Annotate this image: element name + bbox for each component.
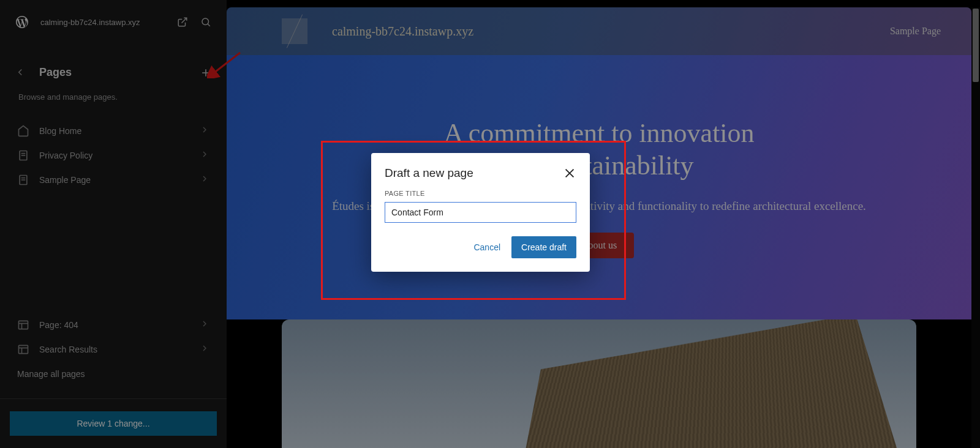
nav-sample-page[interactable]: Sample Page <box>890 26 941 37</box>
divider <box>0 398 227 399</box>
scrollbar-thumb[interactable] <box>973 9 979 82</box>
page-item-blog-home[interactable]: Blog Home <box>0 119 227 143</box>
cancel-button[interactable]: Cancel <box>473 242 500 252</box>
sidebar: calming-bb7c24.instawp.xyz Pages Browse … <box>0 0 227 448</box>
chevron-right-icon <box>200 174 209 186</box>
item-label: Sample Page <box>39 175 190 185</box>
item-label: Privacy Policy <box>39 151 190 160</box>
scrollbar[interactable] <box>971 7 980 448</box>
page-title-label: PAGE TITLE <box>385 190 576 197</box>
chevron-right-icon <box>200 319 209 331</box>
page-item-privacy[interactable]: Privacy Policy <box>0 143 227 168</box>
create-draft-button[interactable]: Create draft <box>511 236 576 258</box>
svg-line-1 <box>208 24 210 26</box>
page-item-404[interactable]: Page: 404 <box>0 313 227 337</box>
home-icon <box>17 125 29 137</box>
wordpress-logo-icon[interactable] <box>15 15 29 29</box>
item-label: Search Results <box>39 345 190 354</box>
layout-icon <box>17 343 29 356</box>
preview-header: calming-bb7c24.instawp.xyz Sample Page <box>227 7 971 55</box>
page-item-sample[interactable]: Sample Page <box>0 168 227 192</box>
sidebar-subtitle: Browse and manage pages. <box>0 85 227 109</box>
back-icon[interactable] <box>15 67 27 79</box>
chevron-right-icon <box>200 125 209 137</box>
layout-icon <box>17 319 29 331</box>
add-page-button[interactable] <box>200 67 212 79</box>
site-name: calming-bb7c24.instawp.xyz <box>40 18 165 27</box>
svg-rect-13 <box>19 345 28 353</box>
preview-site-title[interactable]: calming-bb7c24.instawp.xyz <box>332 24 473 39</box>
hero-image <box>282 319 916 448</box>
page-item-search-results[interactable]: Search Results <box>0 337 227 362</box>
manage-all-pages-link[interactable]: Manage all pages <box>0 362 227 386</box>
site-preview: calming-bb7c24.instawp.xyz Sample Page A… <box>227 0 980 448</box>
modal-title: Draft a new page <box>385 166 473 180</box>
search-icon[interactable] <box>200 16 212 28</box>
sidebar-heading: Pages <box>39 66 187 79</box>
site-logo-placeholder[interactable] <box>282 18 307 44</box>
chevron-right-icon <box>200 343 209 356</box>
page-icon <box>17 174 29 186</box>
draft-page-modal: Draft a new page PAGE TITLE Cancel Creat… <box>371 153 590 272</box>
svg-point-0 <box>202 18 209 25</box>
chevron-right-icon <box>200 149 209 162</box>
page-title-input[interactable] <box>385 202 576 223</box>
page-icon <box>17 149 29 162</box>
close-icon[interactable] <box>563 166 576 180</box>
review-changes-button[interactable]: Review 1 change... <box>10 411 217 436</box>
svg-rect-10 <box>19 321 28 329</box>
item-label: Blog Home <box>39 126 190 136</box>
open-external-icon[interactable] <box>176 16 189 28</box>
item-label: Page: 404 <box>39 320 190 330</box>
